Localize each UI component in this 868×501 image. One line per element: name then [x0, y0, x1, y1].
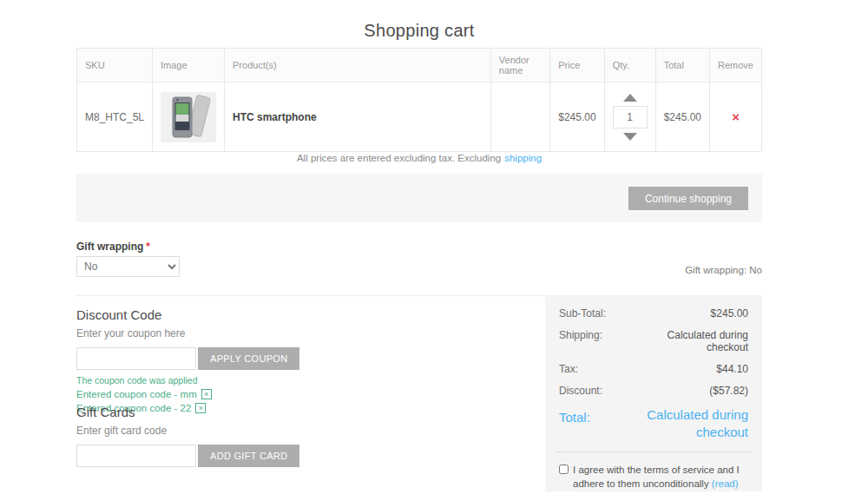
- apply-coupon-button[interactable]: APPLY COUPON: [198, 347, 299, 370]
- total-label: Total:: [559, 406, 590, 425]
- col-header-qty: Qty.: [604, 49, 655, 82]
- cart-options-bar: Continue shopping: [76, 174, 762, 222]
- order-totals-panel: Sub-Total: $245.00 Shipping: Calculated …: [545, 295, 762, 491]
- discount-value: ($57.82): [709, 385, 748, 397]
- shipping-value: Calculated during checkout: [635, 329, 748, 353]
- terms-of-service-row: I agree with the terms of service and I …: [559, 463, 748, 491]
- gift-cards-heading: Gift Cards: [76, 405, 354, 419]
- totals-divider: [556, 452, 752, 452]
- tax-label: Tax:: [559, 363, 578, 375]
- discount-row: Discount: ($57.82): [559, 385, 748, 397]
- discount-heading: Discount Code: [76, 307, 354, 322]
- col-header-sku: SKU: [77, 49, 153, 82]
- item-image-cell: [153, 82, 225, 152]
- cart-table: SKU Image Product(s) Vendor name Price Q…: [76, 48, 762, 152]
- product-image[interactable]: [161, 92, 216, 142]
- tax-value: $44.10: [716, 363, 748, 375]
- coupon-code-input[interactable]: [76, 347, 196, 370]
- qty-input[interactable]: [613, 106, 648, 129]
- tax-note-text: All prices are entered excluding tax. Ex…: [297, 153, 501, 163]
- add-gift-card-button[interactable]: ADD GIFT CARD: [198, 445, 299, 467]
- subtotal-label: Sub-Total:: [559, 307, 606, 320]
- shipping-row: Shipping: Calculated during checkout: [559, 329, 748, 353]
- applied-coupon-item: Entered coupon code - mm×: [76, 389, 354, 399]
- gift-wrapping-label-text: Gift wrapping: [76, 241, 143, 253]
- col-header-price: Price: [550, 49, 604, 82]
- table-header-row: SKU Image Product(s) Vendor name Price Q…: [77, 49, 762, 82]
- subtotal-row: Sub-Total: $245.00: [559, 307, 748, 320]
- qty-decrease-arrow-icon[interactable]: [623, 133, 637, 141]
- shopping-cart-page: Shopping cart SKU Image Product(s) Vendo…: [0, 0, 868, 501]
- gift-card-code-input[interactable]: [76, 445, 196, 467]
- gift-cards-hint: Enter gift card code: [76, 425, 354, 437]
- tax-note: All prices are entered excluding tax. Ex…: [76, 153, 762, 163]
- total-value: Calculated during checkout: [622, 406, 748, 442]
- terms-checkbox[interactable]: [559, 465, 569, 474]
- terms-text: I agree with the terms of service and I …: [573, 463, 748, 491]
- gift-cards-section: Gift Cards Enter gift card code ADD GIFT…: [76, 405, 354, 467]
- gift-wrapping-label: Gift wrapping*: [76, 241, 150, 253]
- remove-coupon-icon[interactable]: ×: [201, 389, 212, 399]
- gift-wrapping-select[interactable]: No: [76, 256, 180, 277]
- col-header-products: Product(s): [225, 49, 491, 82]
- item-total: $245.00: [655, 82, 709, 152]
- item-vendor: [490, 82, 549, 152]
- page-title: Shopping cart: [76, 21, 762, 41]
- item-qty-cell: [604, 82, 655, 152]
- shipping-link[interactable]: shipping: [504, 153, 542, 163]
- qty-increase-arrow-icon[interactable]: [623, 94, 637, 102]
- col-header-image: Image: [153, 49, 225, 82]
- required-asterisk: *: [146, 241, 150, 253]
- htc-phone-image: [166, 95, 211, 140]
- read-terms-link[interactable]: (read): [712, 478, 739, 489]
- shipping-label: Shipping:: [559, 329, 602, 341]
- total-row: Total: Calculated during checkout: [559, 406, 748, 442]
- col-header-remove: Remove: [710, 49, 762, 82]
- discount-hint: Enter your coupon here: [76, 327, 354, 339]
- remove-item-x-icon[interactable]: ×: [732, 110, 740, 123]
- applied-coupon-text: Entered coupon code - mm: [76, 389, 197, 399]
- discount-label: Discount:: [559, 385, 602, 397]
- item-remove-cell: ×: [710, 82, 762, 152]
- coupon-applied-message: The coupon code was applied: [76, 375, 354, 386]
- item-price: $245.00: [550, 82, 604, 152]
- tax-row: Tax: $44.10: [559, 363, 748, 375]
- gift-wrapping-summary: Gift wrapping: No: [545, 265, 762, 275]
- col-header-vendor: Vendor name: [490, 49, 549, 82]
- col-header-total: Total: [655, 49, 709, 82]
- item-sku: M8_HTC_5L: [77, 82, 153, 152]
- product-name-link[interactable]: HTC smartphone: [225, 82, 491, 152]
- cart-item-row: M8_HTC_5L: [77, 82, 762, 152]
- subtotal-value: $245.00: [711, 307, 748, 320]
- continue-shopping-button[interactable]: Continue shopping: [628, 187, 748, 210]
- discount-code-section: Discount Code Enter your coupon here APP…: [76, 307, 354, 413]
